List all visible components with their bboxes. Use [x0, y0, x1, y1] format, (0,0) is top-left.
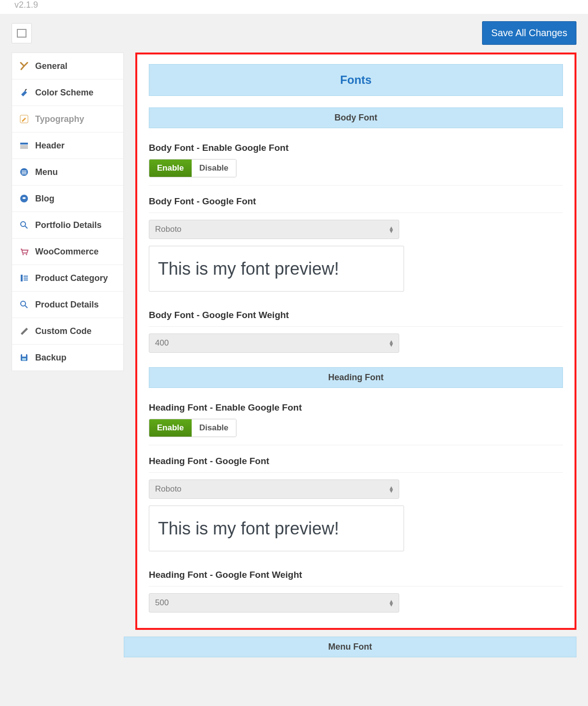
sidebar-item-label: Typography — [35, 114, 84, 124]
sidebar: General Color Scheme Typography Header — [12, 53, 124, 371]
select-value: 500 — [155, 598, 169, 608]
body-font-enable-toggle[interactable]: Enable Disable — [149, 159, 236, 177]
field-heading-google-font: Heading Font - Google Font Roboto ▴▾ Thi… — [149, 452, 563, 559]
hammer-icon — [19, 326, 29, 336]
svg-rect-2 — [20, 146, 28, 147]
panel-icon — [17, 29, 26, 38]
sidebar-item-label: Product Category — [35, 273, 108, 283]
toggle-disable-option[interactable]: Disable — [192, 419, 236, 437]
sidebar-item-label: Backup — [35, 353, 66, 363]
main-content: Fonts Body Font Body Font - Enable Googl… — [135, 53, 576, 630]
subsection-body-font: Body Font — [149, 107, 563, 128]
disk-icon — [19, 352, 29, 363]
svg-rect-1 — [20, 143, 28, 145]
svg-rect-18 — [22, 354, 26, 357]
svg-point-9 — [21, 222, 26, 226]
field-heading-font-weight: Heading Font - Google Font Weight 500 ▴▾ — [149, 566, 563, 615]
cart-icon — [19, 246, 29, 257]
svg-rect-13 — [24, 276, 28, 277]
body-font-weight-select[interactable]: 400 ▴▾ — [149, 333, 399, 353]
paint-icon — [19, 87, 29, 98]
field-body-google-font: Body Font - Google Font Roboto ▴▾ This i… — [149, 192, 563, 299]
magnifier-icon — [19, 299, 29, 310]
sidebar-item-label: Custom Code — [35, 326, 91, 336]
svg-point-10 — [23, 254, 24, 255]
page-root: v2.1.9 Save All Changes General Color Sc… — [0, 0, 588, 677]
sidebar-item-header[interactable]: Header — [12, 133, 123, 159]
sidebar-item-product-category[interactable]: Product Category — [12, 265, 123, 292]
sidebar-item-custom-code[interactable]: Custom Code — [12, 318, 123, 345]
below-content: Menu Font — [124, 637, 576, 657]
heading-font-enable-toggle[interactable]: Enable Disable — [149, 419, 236, 437]
field-body-font-weight: Body Font - Google Font Weight 400 ▴▾ — [149, 306, 563, 360]
chevron-updown-icon: ▴▾ — [390, 599, 393, 606]
field-heading-enable-google: Heading Font - Enable Google Font Enable… — [149, 399, 563, 445]
blog-icon — [19, 193, 29, 204]
heading-font-weight-select[interactable]: 500 ▴▾ — [149, 593, 399, 613]
sidebar-item-label: Menu — [35, 167, 58, 177]
chevron-updown-icon: ▴▾ — [390, 486, 393, 493]
magnifier-icon — [19, 220, 29, 230]
sidebar-item-color-scheme[interactable]: Color Scheme — [12, 80, 123, 106]
field-label: Body Font - Enable Google Font — [149, 143, 563, 153]
field-body-enable-google: Body Font - Enable Google Font Enable Di… — [149, 139, 563, 186]
version-text: v2.1.9 — [14, 0, 38, 10]
sidebar-item-portfolio-details[interactable]: Portfolio Details — [12, 212, 123, 239]
body-font-select[interactable]: Roboto ▴▾ — [149, 220, 399, 239]
sidebar-item-label: Header — [35, 141, 65, 151]
svg-rect-3 — [20, 147, 28, 148]
select-value: Roboto — [155, 225, 182, 234]
menu-icon — [19, 167, 29, 177]
main-layout: General Color Scheme Typography Header — [0, 53, 588, 630]
version-bar: v2.1.9 — [0, 0, 588, 14]
select-value: 400 — [155, 338, 169, 348]
chevron-updown-icon: ▴▾ — [390, 226, 393, 233]
tools-icon — [19, 61, 29, 71]
field-label: Heading Font - Google Font — [149, 456, 563, 466]
field-label: Heading Font - Enable Google Font — [149, 402, 563, 413]
svg-rect-5 — [22, 171, 26, 172]
heading-font-select[interactable]: Roboto ▴▾ — [149, 480, 399, 499]
list-icon — [19, 273, 29, 283]
toggle-enable-option[interactable]: Enable — [149, 160, 192, 177]
toggle-disable-option[interactable]: Disable — [192, 160, 236, 177]
body-font-preview: This is my font preview! — [149, 246, 404, 292]
svg-rect-6 — [22, 172, 26, 173]
sidebar-item-backup[interactable]: Backup — [12, 345, 123, 371]
sidebar-item-general[interactable]: General — [12, 53, 123, 80]
chevron-updown-icon: ▴▾ — [390, 340, 393, 346]
field-label: Heading Font - Google Font Weight — [149, 570, 563, 580]
header-icon — [19, 140, 29, 151]
svg-rect-14 — [24, 278, 28, 279]
heading-font-preview: This is my font preview! — [149, 506, 404, 551]
svg-point-11 — [26, 254, 27, 255]
field-label: Body Font - Google Font Weight — [149, 310, 563, 320]
sidebar-item-product-details[interactable]: Product Details — [12, 292, 123, 318]
svg-rect-12 — [21, 275, 23, 281]
svg-rect-19 — [22, 358, 26, 360]
section-title-fonts: Fonts — [149, 64, 563, 96]
sidebar-item-label: Color Scheme — [35, 88, 93, 98]
sidebar-item-menu[interactable]: Menu — [12, 159, 123, 186]
top-actions-bar: Save All Changes — [0, 14, 588, 53]
svg-point-16 — [21, 301, 26, 306]
save-all-button[interactable]: Save All Changes — [482, 21, 576, 45]
sidebar-item-typography[interactable]: Typography — [12, 106, 123, 133]
sidebar-item-label: WooCommerce — [35, 247, 99, 257]
sidebar-item-label: Portfolio Details — [35, 220, 102, 230]
sidebar-item-label: General — [35, 61, 67, 71]
sidebar-item-label: Blog — [35, 194, 54, 204]
sidebar-item-label: Product Details — [35, 300, 99, 310]
pencil-icon — [19, 114, 29, 124]
sidebar-item-blog[interactable]: Blog — [12, 186, 123, 212]
sidebar-item-woocommerce[interactable]: WooCommerce — [12, 239, 123, 265]
field-label: Body Font - Google Font — [149, 196, 563, 207]
select-value: Roboto — [155, 484, 182, 494]
panel-toggle-button[interactable] — [12, 23, 32, 43]
toggle-enable-option[interactable]: Enable — [149, 419, 192, 437]
svg-rect-7 — [22, 173, 26, 174]
svg-rect-15 — [24, 280, 28, 280]
subsection-heading-font: Heading Font — [149, 367, 563, 388]
subsection-menu-font: Menu Font — [124, 637, 576, 657]
